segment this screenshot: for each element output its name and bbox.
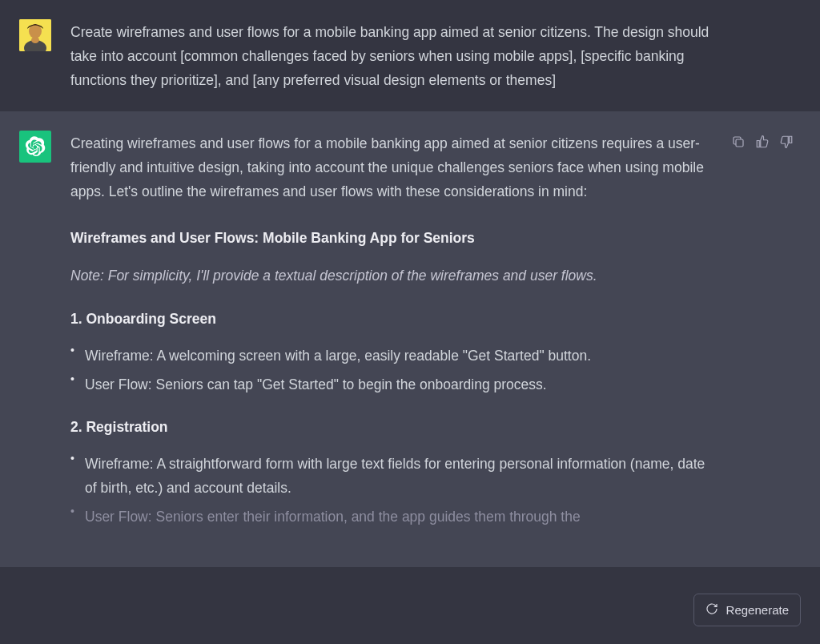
section-title-1: 1. Onboarding Screen <box>70 308 711 332</box>
regenerate-button[interactable]: Regenerate <box>693 594 801 626</box>
section-1-list: Wireframe: A welcoming screen with a lar… <box>70 344 711 397</box>
assistant-content: Creating wireframes and user flows for a… <box>70 131 711 548</box>
list-item: Wireframe: A straightforward form with l… <box>70 453 711 501</box>
assistant-avatar <box>19 131 51 163</box>
assistant-intro: Creating wireframes and user flows for a… <box>70 132 711 203</box>
regenerate-label: Regenerate <box>726 603 789 617</box>
user-message-text: Create wireframes and user flows for a m… <box>70 19 711 92</box>
list-item: Wireframe: A welcoming screen with a lar… <box>70 344 711 368</box>
section-title-2: 2. Registration <box>70 416 711 440</box>
thumbs-up-icon[interactable] <box>754 134 770 150</box>
message-actions <box>730 131 794 548</box>
assistant-heading: Wireframes and User Flows: Mobile Bankin… <box>70 227 711 251</box>
assistant-message: Creating wireframes and user flows for a… <box>0 111 820 567</box>
user-avatar <box>19 19 51 51</box>
assistant-note: Note: For simplicity, I'll provide a tex… <box>70 264 711 288</box>
svg-rect-4 <box>736 139 743 147</box>
copy-icon[interactable] <box>730 134 746 150</box>
list-item: User Flow: Seniors can tap "Get Started"… <box>70 373 711 397</box>
section-2-list: Wireframe: A straightforward form with l… <box>70 453 711 529</box>
thumbs-down-icon[interactable] <box>778 134 794 150</box>
regenerate-icon <box>705 602 718 618</box>
user-message: Create wireframes and user flows for a m… <box>0 0 820 111</box>
svg-point-3 <box>31 37 39 43</box>
list-item: User Flow: Seniors enter their informati… <box>70 505 711 529</box>
